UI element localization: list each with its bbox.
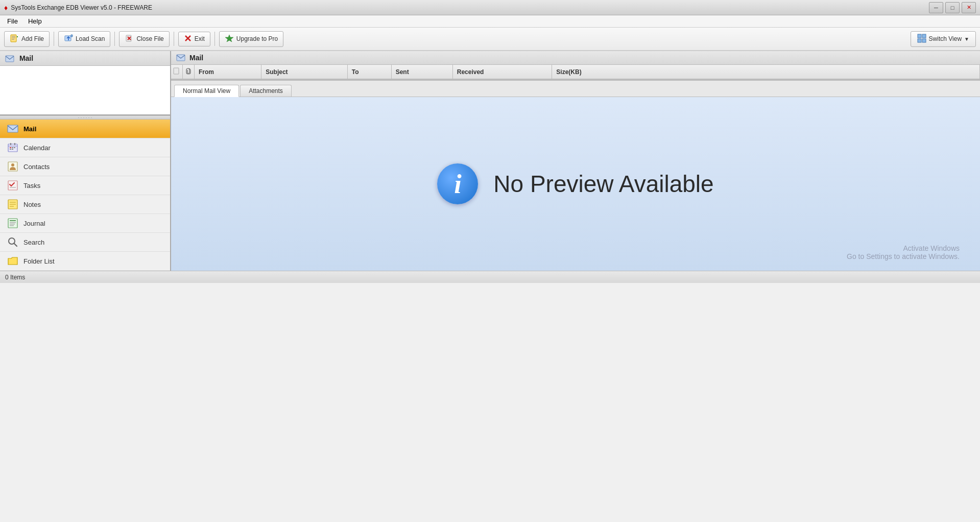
sidebar-item-contacts[interactable]: Contacts — [0, 157, 170, 176]
sidebar-tree[interactable] — [0, 66, 170, 115]
app-logo: ♦ — [4, 4, 8, 12]
svg-marker-14 — [225, 35, 233, 42]
load-scan-label: Load Scan — [76, 35, 105, 42]
sidebar-item-calendar[interactable]: Calendar — [0, 138, 170, 157]
info-icon: i — [437, 163, 478, 204]
load-scan-button[interactable]: Load Scan — [58, 31, 110, 47]
upgrade-button[interactable]: Upgrade to Pro — [219, 31, 283, 47]
col-from[interactable]: From — [195, 65, 261, 79]
minimize-button[interactable]: ─ — [929, 2, 943, 13]
folder-list-icon — [7, 255, 18, 267]
add-file-icon — [10, 34, 19, 44]
sidebar-item-mail[interactable]: Mail — [0, 120, 170, 138]
app-title: SysTools Exchange EDB Viewer v5.0 - FREE… — [11, 4, 152, 11]
sep1 — [54, 32, 54, 46]
exit-label: Exit — [195, 35, 205, 42]
switch-view-dropdown-icon: ▼ — [964, 36, 969, 42]
sidebar: Mail · · · · · · Mail — [0, 51, 171, 271]
sidebar-item-search[interactable]: Search — [0, 233, 170, 252]
svg-rect-17 — [918, 39, 921, 42]
sep4 — [214, 32, 215, 46]
svg-rect-19 — [6, 56, 14, 62]
maximize-button[interactable]: □ — [945, 2, 960, 13]
items-count: 0 Items — [5, 274, 25, 281]
svg-rect-18 — [922, 39, 926, 42]
close-file-label: Close File — [136, 35, 163, 42]
exit-icon — [184, 34, 192, 44]
tasks-icon — [7, 180, 18, 191]
col-size[interactable]: Size(KB) — [552, 65, 980, 79]
svg-rect-41 — [10, 224, 15, 225]
add-file-label: Add File — [21, 35, 44, 42]
no-preview-text: No Preview Available — [493, 170, 713, 198]
sidebar-item-journal[interactable]: Journal — [0, 214, 170, 233]
svg-rect-27 — [14, 147, 15, 148]
sidebar-resize-handle[interactable]: · · · · · · — [0, 115, 170, 120]
upgrade-icon — [225, 34, 234, 44]
toolbar: Add File Load Scan — [0, 28, 980, 51]
svg-rect-0 — [11, 35, 16, 42]
tab-attachments[interactable]: Attachments — [240, 85, 292, 97]
mail-table: From Subject To Sent Received Size(KB) — [171, 65, 980, 80]
col-sent[interactable]: Sent — [391, 65, 452, 79]
svg-rect-8 — [71, 35, 73, 37]
sep3 — [174, 32, 174, 46]
col-attach[interactable] — [183, 65, 195, 79]
col-received[interactable]: Received — [452, 65, 552, 79]
sidebar-header: Mail — [0, 51, 170, 66]
activate-windows-watermark: Activate Windows Go to Settings to activ… — [847, 244, 960, 260]
svg-rect-38 — [8, 219, 17, 228]
svg-rect-46 — [174, 68, 179, 74]
content-area: Mail — [171, 51, 980, 271]
preview-tabs-bar: Normal Mail View Attachments — [171, 81, 980, 97]
svg-rect-29 — [12, 149, 13, 150]
table-header-row: From Subject To Sent Received Size(KB) — [171, 65, 980, 79]
switch-view-icon — [917, 34, 926, 44]
svg-rect-40 — [10, 222, 16, 223]
col-flag[interactable] — [171, 65, 183, 79]
svg-line-44 — [14, 244, 17, 247]
sidebar-item-notes[interactable]: Notes — [0, 195, 170, 214]
svg-rect-28 — [10, 149, 11, 150]
no-preview-container: i No Preview Available — [437, 163, 713, 204]
sidebar-item-tasks[interactable]: Tasks — [0, 176, 170, 195]
svg-rect-15 — [918, 34, 921, 38]
menu-help[interactable]: Help — [24, 16, 46, 26]
svg-rect-25 — [10, 147, 11, 148]
close-button[interactable]: ✕ — [962, 2, 976, 13]
tab-normal-mail-view[interactable]: Normal Mail View — [174, 85, 239, 97]
upgrade-label: Upgrade to Pro — [236, 35, 278, 42]
menu-file[interactable]: File — [3, 16, 22, 26]
exit-button[interactable]: Exit — [178, 32, 210, 46]
activate-line1: Activate Windows — [847, 244, 960, 252]
mail-list-header: Mail — [171, 51, 980, 65]
mail-icon — [7, 123, 18, 134]
load-scan-icon — [64, 34, 73, 44]
switch-view-button[interactable]: Switch View ▼ — [911, 31, 976, 47]
col-to[interactable]: To — [347, 65, 391, 79]
notes-icon — [7, 199, 18, 210]
preview-area: i No Preview Available Activate Windows … — [171, 97, 980, 271]
svg-rect-39 — [10, 220, 16, 221]
svg-rect-6 — [65, 36, 71, 41]
status-bar: 0 Items — [0, 271, 980, 283]
sidebar-item-folder-list[interactable]: Folder List — [0, 252, 170, 271]
title-bar: ♦ SysTools Exchange EDB Viewer v5.0 - FR… — [0, 0, 980, 15]
sep2 — [114, 32, 115, 46]
search-nav-icon — [7, 236, 18, 248]
switch-view-label: Switch View — [929, 35, 962, 42]
toolbar-left: Add File Load Scan — [4, 31, 283, 47]
svg-rect-20 — [8, 125, 18, 132]
close-file-button[interactable]: Close File — [119, 31, 169, 47]
sidebar-nav: Mail Calendar — [0, 120, 170, 271]
col-subject[interactable]: Subject — [261, 65, 347, 79]
svg-rect-42 — [10, 225, 14, 226]
menu-bar: File Help — [0, 15, 980, 28]
svg-rect-16 — [922, 34, 926, 38]
title-bar-controls: ─ □ ✕ — [929, 2, 976, 13]
mail-table-area[interactable]: From Subject To Sent Received Size(KB) — [171, 65, 980, 81]
svg-point-31 — [11, 163, 14, 167]
add-file-button[interactable]: Add File — [4, 31, 50, 47]
calendar-icon — [7, 142, 18, 153]
sidebar-mail-icon — [5, 54, 16, 62]
